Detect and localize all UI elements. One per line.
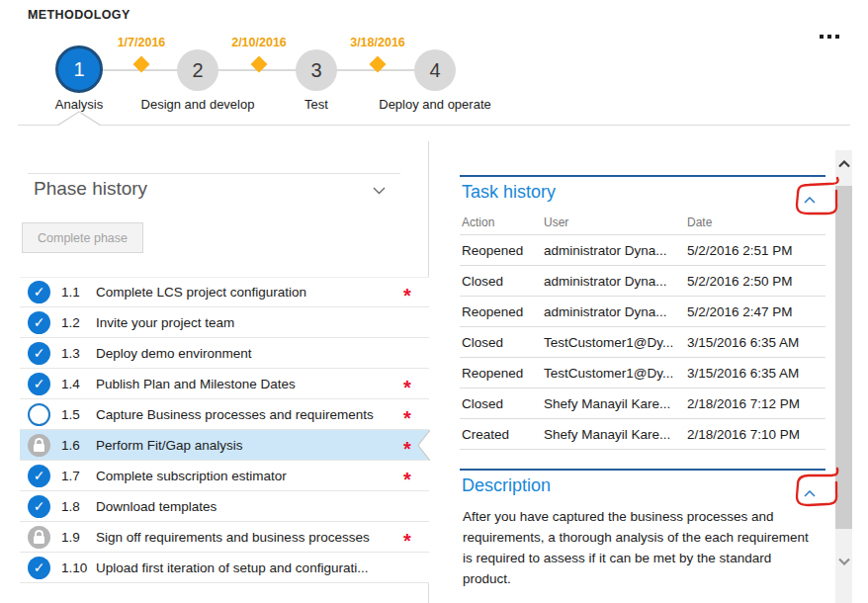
check-icon: ✓: [28, 343, 50, 364]
task-history-title: Task history: [462, 182, 825, 203]
task-status-icon: ✓: [28, 373, 50, 395]
description-title: Description: [462, 475, 825, 496]
task-title: Upload first iteration of setup and conf…: [96, 560, 403, 575]
column-header-action: Action: [462, 215, 544, 229]
history-user: administrator Dyna...: [544, 304, 687, 319]
description-collapse-button[interactable]: [802, 483, 818, 502]
history-action: Reopened: [462, 304, 544, 319]
task-history-rows: Reopened administrator Dyna... 5/2/2016 …: [460, 234, 825, 450]
task-history-section: Task history Action User Date Reopened a…: [460, 175, 825, 450]
phase-circle: 1: [55, 45, 103, 93]
task-history-row: Reopened administrator Dyna... 5/2/2016 …: [460, 296, 825, 326]
task-title: Complete LCS project configuration: [96, 285, 403, 300]
milestone-date: 3/18/2016: [333, 36, 422, 49]
task-title: Complete subscription estimator: [96, 469, 403, 483]
task-history-row: Closed TestCustomer1@Dy... 3/15/2016 6:3…: [460, 326, 825, 357]
task-row[interactable]: ✓ 1.4 Publish Plan and Milestone Dates *: [20, 369, 429, 399]
task-status-icon: ✓: [28, 342, 50, 365]
history-user: TestCustomer1@Dy...: [544, 335, 687, 350]
scroll-down-arrow-icon: [838, 558, 850, 566]
task-title: Deploy demo environment: [96, 346, 403, 361]
phase-history-top-rule: [28, 173, 400, 174]
phase-label: Analysis: [10, 97, 148, 112]
history-action: Reopened: [462, 243, 544, 258]
task-row[interactable]: ✓ 1.6 Perform Fit/Gap analysis *: [20, 430, 429, 461]
milestone-diamond-icon: [370, 56, 387, 73]
task-row[interactable]: ✓ 1.5 Capture Business processes and req…: [20, 399, 429, 430]
task-number: 1.2: [61, 315, 94, 330]
task-status-icon: ✓: [28, 281, 50, 303]
history-date: 2/18/2016 7:10 PM: [687, 427, 825, 442]
task-number: 1.10: [61, 560, 94, 575]
check-icon: ✓: [28, 312, 50, 333]
history-user: TestCustomer1@Dy...: [544, 366, 687, 381]
milestone-diamond-icon: [133, 56, 150, 73]
column-header-date: Date: [687, 215, 825, 229]
required-asterisk-icon: *: [403, 285, 429, 307]
chevron-down-icon: [373, 187, 386, 195]
scrollbar-thumb[interactable]: [835, 186, 852, 529]
chevron-up-icon: [804, 197, 816, 204]
task-status-icon: ✓: [28, 495, 50, 518]
task-row[interactable]: ✓ 1.2 Invite your project team *: [20, 307, 429, 338]
task-number: 1.5: [61, 407, 94, 422]
task-number: 1.8: [61, 499, 94, 514]
history-action: Closed: [462, 396, 544, 411]
task-row[interactable]: ✓ 1.1 Complete LCS project configuration…: [20, 277, 429, 307]
task-number: 1.9: [61, 530, 94, 545]
required-asterisk-icon: *: [403, 407, 429, 430]
milestone-1: 1/7/2016: [97, 36, 186, 70]
task-title: Perform Fit/Gap analysis: [96, 438, 403, 453]
task-status-icon: ✓: [28, 557, 50, 579]
task-title: Publish Plan and Milestone Dates: [96, 377, 403, 391]
required-asterisk-icon: *: [403, 530, 429, 553]
task-status-icon: ✓: [28, 434, 50, 457]
column-header-user: User: [544, 215, 687, 229]
task-number: 1.1: [61, 285, 94, 300]
complete-phase-button[interactable]: Complete phase: [22, 222, 143, 253]
history-date: 5/2/2016 2:47 PM: [687, 304, 825, 319]
task-history-row: Reopened TestCustomer1@Dy... 3/15/2016 6…: [460, 357, 825, 388]
scroll-up-button[interactable]: [835, 155, 852, 171]
history-user: Shefy Manayil Kare...: [544, 427, 687, 442]
more-options-button[interactable]: [813, 28, 846, 45]
task-title: Capture Business processes and requireme…: [96, 407, 403, 422]
phase-history-header[interactable]: Phase history: [34, 178, 399, 206]
task-list: ✓ 1.1 Complete LCS project configuration…: [20, 277, 429, 583]
task-row[interactable]: ✓ 1.8 Download templates *: [20, 491, 429, 522]
task-title: Sign off requirements and business proce…: [96, 530, 403, 545]
task-title: Download templates: [96, 499, 403, 514]
scroll-down-button[interactable]: [835, 554, 852, 569]
history-date: 3/15/2016 6:35 AM: [687, 335, 825, 350]
task-number: 1.4: [61, 377, 94, 391]
active-phase-pointer-notch: [57, 111, 101, 126]
page-title: METHODOLOGY: [28, 8, 130, 22]
task-status-icon: ✓: [28, 311, 50, 334]
check-icon: ✓: [28, 282, 50, 302]
task-row[interactable]: ✓ 1.9 Sign off requirements and business…: [20, 522, 429, 553]
phase-label: Deploy and operate: [366, 97, 504, 112]
task-status-icon: ✓: [28, 403, 50, 426]
history-user: administrator Dyna...: [544, 274, 687, 289]
milestone-2: 2/10/2016: [215, 36, 304, 70]
history-date: 3/15/2016 6:35 AM: [687, 366, 825, 381]
vertical-scrollbar[interactable]: [835, 150, 852, 603]
task-title: Invite your project team: [96, 315, 403, 330]
task-number: 1.6: [61, 438, 94, 453]
history-user: Shefy Manayil Kare...: [544, 396, 687, 411]
task-history-collapse-button[interactable]: [802, 190, 818, 209]
task-row[interactable]: ✓ 1.7 Complete subscription estimator *: [20, 461, 429, 491]
selected-task-pointer-notch: [415, 430, 430, 461]
milestone-date: 2/10/2016: [215, 36, 304, 49]
task-row[interactable]: ✓ 1.10 Upload first iteration of setup a…: [20, 553, 429, 583]
history-action: Closed: [462, 274, 544, 289]
check-icon: ✓: [28, 374, 50, 394]
ellipsis-icon: [820, 35, 824, 39]
task-history-row: Closed Shefy Manayil Kare... 2/18/2016 7…: [460, 388, 825, 418]
history-user: administrator Dyna...: [544, 243, 687, 258]
history-action: Created: [462, 427, 544, 442]
task-history-row: Reopened administrator Dyna... 5/2/2016 …: [460, 234, 825, 265]
task-status-icon: ✓: [28, 526, 50, 549]
task-row[interactable]: ✓ 1.3 Deploy demo environment *: [20, 338, 429, 369]
phase-stepper: 1 Analysis 2 Design and develop 3 Test 4…: [0, 36, 593, 121]
